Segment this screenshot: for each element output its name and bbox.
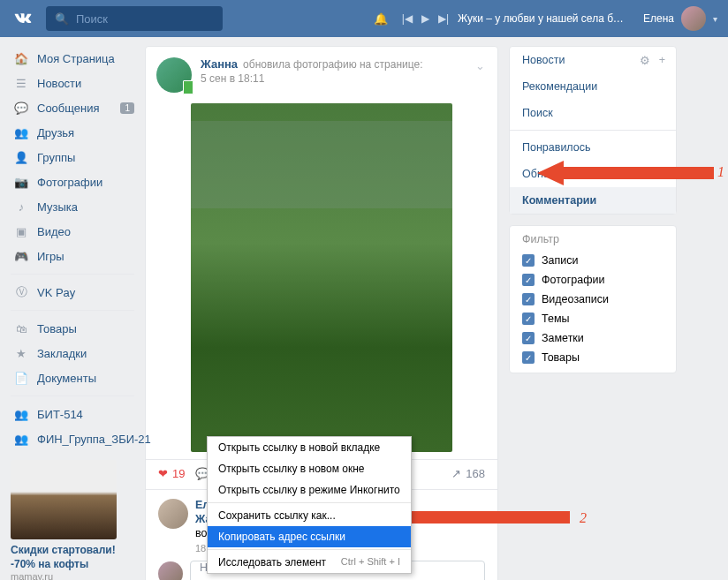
- tab-search[interactable]: Поиск: [510, 100, 676, 126]
- annotation-number-1: 1: [717, 164, 724, 180]
- post-date: 5 сен в 18:11: [201, 72, 423, 85]
- search-icon: 🔍: [55, 12, 69, 26]
- user-menu[interactable]: Елена ▾: [643, 6, 717, 31]
- checkbox-icon: ✓: [522, 254, 535, 267]
- video-icon: ▣: [14, 224, 28, 238]
- ad-block[interactable]: Скидки стартовали! -70% на кофты mamay.r…: [11, 460, 134, 580]
- checkbox-icon: ✓: [522, 274, 535, 286]
- ctx-open-incognito[interactable]: Открыть ссылку в режиме Инкогнито: [208, 479, 411, 501]
- like-button[interactable]: ❤19: [158, 467, 185, 480]
- feed-tabs-panel: Новости ⚙+ Рекомендации Поиск Понравилос…: [509, 46, 677, 215]
- right-sidebar: Новости ⚙+ Рекомендации Поиск Понравилос…: [509, 46, 677, 580]
- search-input[interactable]: 🔍 Поиск: [46, 6, 223, 31]
- home-icon: 🏠: [14, 51, 28, 65]
- grp-icon: 👥: [14, 432, 28, 446]
- bookmark-icon: ★: [14, 346, 28, 360]
- checkbox-icon: ✓: [522, 313, 535, 325]
- sidebar-item[interactable]: 👥ФИН_Группа_ЗБИ-21: [11, 426, 134, 451]
- news-icon: ☰: [14, 76, 28, 90]
- sidebar-item[interactable]: 📷Фотографии: [11, 169, 134, 194]
- track-title[interactable]: Жуки – у любви у нашей села бат...: [458, 12, 626, 25]
- tab-updates[interactable]: Обновления: [510, 161, 676, 187]
- sidebar-item[interactable]: ☰Новости: [11, 71, 134, 95]
- ctx-save-link[interactable]: Сохранить ссылку как...: [208, 505, 411, 526]
- ctx-inspect[interactable]: Исследовать элементCtrl + Shift + I: [208, 552, 411, 573]
- reply-avatar: [158, 561, 183, 580]
- sidebar-item[interactable]: 🎮Игры: [11, 244, 134, 268]
- post-author-name[interactable]: Жанна: [201, 57, 238, 71]
- post-photo[interactable]: [191, 103, 452, 452]
- prev-track-icon[interactable]: |◀: [402, 12, 413, 25]
- annotation-number-2: 2: [580, 510, 587, 526]
- goods-icon: 🛍: [14, 321, 28, 335]
- sidebar-item[interactable]: ⓋVK Pay: [11, 280, 134, 305]
- notifications-icon[interactable]: 🔔: [374, 12, 388, 26]
- heart-icon: ❤: [158, 467, 168, 480]
- sidebar-item[interactable]: ▣Видео: [11, 219, 134, 244]
- music-player: |◀ ▶ ▶| Жуки – у любви у нашей села бат.…: [402, 12, 626, 25]
- filter-checkbox[interactable]: ✓Видеозаписи: [510, 290, 676, 309]
- header: 🔍 Поиск 🔔 |◀ ▶ ▶| Жуки – у любви у нашей…: [0, 0, 728, 37]
- filter-icon[interactable]: ⚙: [640, 54, 650, 67]
- badge: 1: [120, 102, 134, 114]
- docs-icon: 📄: [14, 371, 28, 385]
- sidebar-item[interactable]: ★Закладки: [11, 341, 134, 365]
- filter-panel: Фильтр ✓Записи✓Фотографии✓Видеозаписи✓Те…: [509, 225, 677, 373]
- filter-checkbox[interactable]: ✓Записи: [510, 251, 676, 270]
- ad-image: [11, 460, 117, 539]
- checkbox-icon: ✓: [522, 332, 535, 344]
- search-placeholder: Поиск: [76, 12, 108, 26]
- post-action-text: обновила фотографию на странице:: [243, 58, 422, 71]
- tab-recommendations[interactable]: Рекомендации: [510, 73, 676, 100]
- ad-title: Скидки стартовали! -70% на кофты: [11, 544, 134, 571]
- sidebar-item[interactable]: 🏠Моя Страница: [11, 46, 134, 71]
- comment-avatar[interactable]: [158, 499, 188, 529]
- checkbox-icon: ✓: [522, 293, 535, 305]
- filter-checkbox[interactable]: ✓Фотографии: [510, 270, 676, 290]
- post-author-avatar[interactable]: [156, 57, 192, 93]
- left-sidebar: 🏠Моя Страница☰Новости💬Сообщения1👥Друзья👤…: [11, 46, 134, 580]
- sidebar-item[interactable]: 👤Группы: [11, 145, 134, 169]
- sidebar-item[interactable]: 👥Друзья: [11, 120, 134, 145]
- sidebar-item[interactable]: 💬Сообщения1: [11, 95, 134, 120]
- filter-checkbox[interactable]: ✓Товары: [510, 348, 676, 367]
- grp-icon: 👥: [14, 407, 28, 421]
- share-arrow-icon: ↗: [451, 467, 461, 480]
- msg-icon: 💬: [14, 101, 28, 115]
- context-menu: Открыть ссылку в новой вкладке Открыть с…: [207, 436, 412, 574]
- filter-title: Фильтр: [510, 226, 676, 251]
- tab-liked[interactable]: Понравилось: [510, 134, 676, 161]
- ctx-open-new-window[interactable]: Открыть ссылку в новом окне: [208, 458, 411, 479]
- games-icon: 🎮: [14, 249, 28, 263]
- next-track-icon[interactable]: ▶|: [438, 12, 449, 25]
- filter-checkbox[interactable]: ✓Темы: [510, 309, 676, 328]
- sidebar-item[interactable]: 🛍Товары: [11, 316, 134, 341]
- photos-icon: 📷: [14, 175, 28, 189]
- checkbox-icon: ✓: [522, 351, 535, 364]
- play-icon[interactable]: ▶: [421, 12, 429, 25]
- pay-icon: Ⓥ: [14, 285, 28, 299]
- sidebar-item[interactable]: ♪Музыка: [11, 194, 134, 219]
- vk-logo-icon[interactable]: [11, 6, 35, 31]
- add-icon[interactable]: +: [659, 54, 665, 67]
- friends-icon: 👥: [14, 125, 28, 139]
- filter-checkbox[interactable]: ✓Заметки: [510, 328, 676, 348]
- sidebar-item[interactable]: 👥БИТ-514: [11, 402, 134, 426]
- views-count: ↗168: [451, 467, 485, 480]
- username: Елена: [643, 12, 674, 25]
- ad-source: mamay.ru: [11, 571, 134, 580]
- chevron-down-icon: ▾: [713, 14, 717, 24]
- ctx-copy-link-address[interactable]: Копировать адрес ссылки: [208, 526, 411, 547]
- avatar: [681, 6, 706, 31]
- ctx-open-new-tab[interactable]: Открыть ссылку в новой вкладке: [208, 437, 411, 458]
- groups-icon: 👤: [14, 150, 28, 164]
- post-menu-icon[interactable]: ⌄: [475, 59, 485, 72]
- tab-news[interactable]: Новости ⚙+: [510, 47, 676, 73]
- sidebar-item[interactable]: 📄Документы: [11, 365, 134, 390]
- tab-comments[interactable]: Комментарии: [510, 187, 676, 214]
- music-icon: ♪: [14, 200, 28, 214]
